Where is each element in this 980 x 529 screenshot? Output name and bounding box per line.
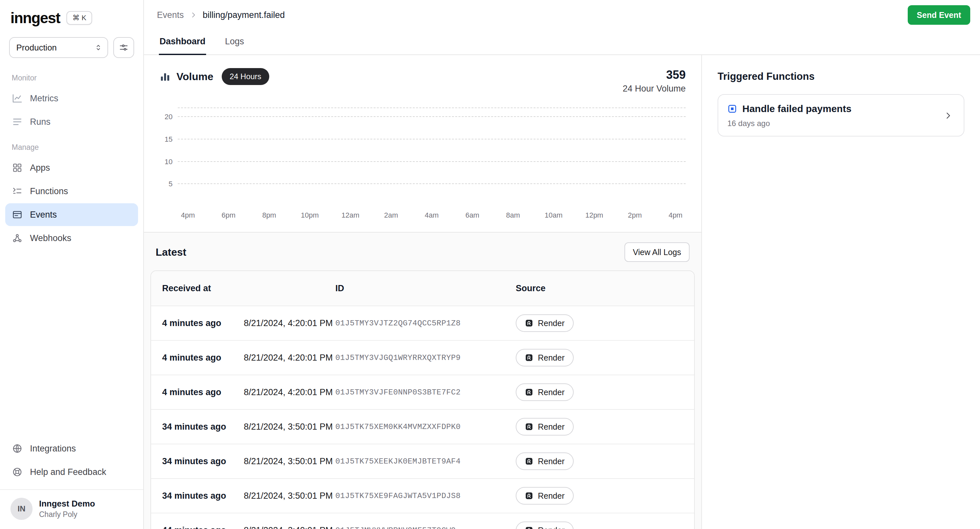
functions-icon: [12, 186, 23, 197]
x-tick-label: 2am: [384, 211, 398, 220]
source-label: Render: [538, 526, 565, 529]
y-tick-label: 15: [159, 136, 173, 143]
volume-chart-section: Volume 24 Hours 359 24 Hour Volume 51015…: [144, 55, 701, 233]
event-row[interactable]: 34 minutes ago8/21/2024, 3:50:01 PM01J5T…: [151, 444, 694, 478]
source-label: Render: [538, 388, 565, 397]
sidebar-item-functions[interactable]: Functions: [5, 180, 138, 202]
integrations-icon: [12, 443, 23, 454]
x-tick-label: 4am: [425, 211, 439, 220]
event-row[interactable]: 4 minutes ago8/21/2024, 4:20:01 PM01J5TM…: [151, 374, 694, 409]
user-menu[interactable]: IN Inngest Demo Charly Poly: [0, 489, 143, 529]
received-at-cell: 34 minutes ago8/21/2024, 3:50:01 PM: [162, 456, 335, 467]
sidebar-item-label: Runs: [30, 117, 51, 127]
chevron-updown-icon: [94, 43, 103, 52]
render-icon: [525, 354, 533, 362]
source-label: Render: [538, 491, 565, 501]
environment-label: Production: [16, 43, 57, 53]
environment-row: Production: [0, 35, 143, 64]
event-row[interactable]: 44 minutes ago8/21/2024, 3:40:01 PM01J5T…: [151, 513, 694, 529]
sidebar-item-webhooks[interactable]: Webhooks: [5, 227, 138, 250]
chevron-right-icon: [943, 110, 953, 121]
sidebar-item-label: Integrations: [30, 444, 76, 454]
x-tick-label: 2pm: [628, 211, 642, 220]
x-tick-label: 4pm: [668, 211, 682, 220]
sidebar-section-label-monitor: Monitor: [0, 64, 143, 86]
tabs: DashboardLogs: [144, 30, 980, 55]
runs-icon: [12, 116, 23, 127]
events-table: Received atIDSource4 minutes ago8/21/202…: [150, 270, 695, 529]
time-range-badge[interactable]: 24 Hours: [222, 68, 269, 85]
content-row: Volume 24 Hours 359 24 Hour Volume 51015…: [144, 55, 980, 529]
sidebar-footer-nav: IntegrationsHelp and Feedback: [0, 437, 143, 484]
help-icon: [12, 467, 23, 478]
source-button[interactable]: Render: [516, 418, 574, 435]
breadcrumb: Events billing/payment.failed: [157, 10, 285, 20]
received-at-cell: 4 minutes ago8/21/2024, 4:20:01 PM: [162, 318, 335, 328]
source-cell: Render: [516, 418, 694, 435]
event-id: 01J5TMY3VJFE0NNP0S3BTE7FC2: [335, 388, 516, 397]
chart-plot: 5101520: [178, 108, 686, 207]
source-button[interactable]: Render: [516, 314, 574, 332]
sidebar-spacer: [0, 250, 143, 437]
function-card[interactable]: Handle failed payments16 days ago: [718, 94, 964, 137]
sidebar-item-help-and-feedback[interactable]: Help and Feedback: [5, 460, 138, 483]
received-absolute: 8/21/2024, 3:50:01 PM: [244, 456, 333, 467]
source-button[interactable]: Render: [516, 453, 574, 470]
event-row[interactable]: 4 minutes ago8/21/2024, 4:20:01 PM01J5TM…: [151, 340, 694, 374]
source-cell: Render: [516, 383, 694, 401]
events-icon: [12, 209, 23, 220]
received-absolute: 8/21/2024, 3:50:01 PM: [244, 491, 333, 501]
source-button[interactable]: Render: [516, 487, 574, 505]
main-area: Events billing/payment.failed Send Event…: [144, 0, 980, 529]
sidebar-nav: MonitorMetricsRunsManageAppsFunctionsEve…: [0, 64, 143, 250]
column-header-id: ID: [335, 284, 516, 293]
volume-stats: 359 24 Hour Volume: [622, 68, 686, 94]
received-at-cell: 34 minutes ago8/21/2024, 3:50:01 PM: [162, 491, 335, 501]
webhooks-icon: [12, 233, 23, 244]
event-id: 01J5TK75XEEKJK0EMJBTET9AF4: [335, 457, 516, 466]
sidebar-item-apps[interactable]: Apps: [5, 156, 138, 179]
source-button[interactable]: Render: [516, 521, 574, 529]
received-relative: 34 minutes ago: [162, 456, 226, 467]
chart-title: Volume: [177, 71, 213, 83]
event-row[interactable]: 34 minutes ago8/21/2024, 3:50:01 PM01J5T…: [151, 478, 694, 513]
received-relative: 44 minutes ago: [162, 526, 226, 529]
inngest-logo: inngest: [10, 9, 60, 27]
source-cell: Render: [516, 487, 694, 505]
volume-total-label: 24 Hour Volume: [622, 84, 686, 94]
send-event-button[interactable]: Send Event: [908, 5, 970, 25]
received-relative: 4 minutes ago: [162, 353, 221, 363]
source-label: Render: [538, 422, 565, 432]
received-absolute: 8/21/2024, 4:20:01 PM: [244, 387, 333, 397]
sidebar-item-integrations[interactable]: Integrations: [5, 437, 138, 460]
sidebar-item-events[interactable]: Events: [5, 203, 138, 226]
environment-selector[interactable]: Production: [9, 37, 108, 58]
received-absolute: 8/21/2024, 3:40:01 PM: [244, 526, 333, 529]
environment-settings-button[interactable]: [113, 37, 134, 58]
sidebar-item-label: Functions: [30, 186, 68, 196]
user-info: Inngest Demo Charly Poly: [39, 499, 95, 519]
source-button[interactable]: Render: [516, 349, 574, 366]
tab-dashboard[interactable]: Dashboard: [159, 30, 206, 55]
view-all-logs-button[interactable]: View All Logs: [624, 242, 690, 262]
latest-title: Latest: [156, 246, 186, 258]
event-row[interactable]: 34 minutes ago8/21/2024, 3:50:01 PM01J5T…: [151, 409, 694, 444]
render-icon: [525, 422, 533, 431]
event-id: 01J5TK75XEM0KK4MVMZXXFDPK0: [335, 422, 516, 431]
sidebar-item-label: Events: [30, 210, 57, 220]
event-row[interactable]: 4 minutes ago8/21/2024, 4:20:01 PM01J5TM…: [151, 306, 694, 340]
source-cell: Render: [516, 521, 694, 529]
source-button[interactable]: Render: [516, 383, 574, 401]
breadcrumb-current-event: billing/payment.failed: [203, 10, 285, 20]
function-info: Handle failed payments16 days ago: [727, 103, 851, 128]
sidebar-item-runs[interactable]: Runs: [5, 110, 138, 133]
sidebar-item-metrics[interactable]: Metrics: [5, 87, 138, 110]
breadcrumb-events[interactable]: Events: [157, 10, 184, 20]
tab-logs[interactable]: Logs: [224, 30, 245, 55]
latest-header: Latest View All Logs: [150, 233, 695, 270]
table-header-row: Received atIDSource: [151, 271, 694, 306]
received-absolute: 8/21/2024, 3:50:01 PM: [244, 422, 333, 432]
volume-total: 359: [622, 68, 686, 82]
app-root: inngest ⌘ K Production MonitorMetricsRun…: [0, 0, 980, 529]
received-at-cell: 34 minutes ago8/21/2024, 3:50:01 PM: [162, 422, 335, 432]
